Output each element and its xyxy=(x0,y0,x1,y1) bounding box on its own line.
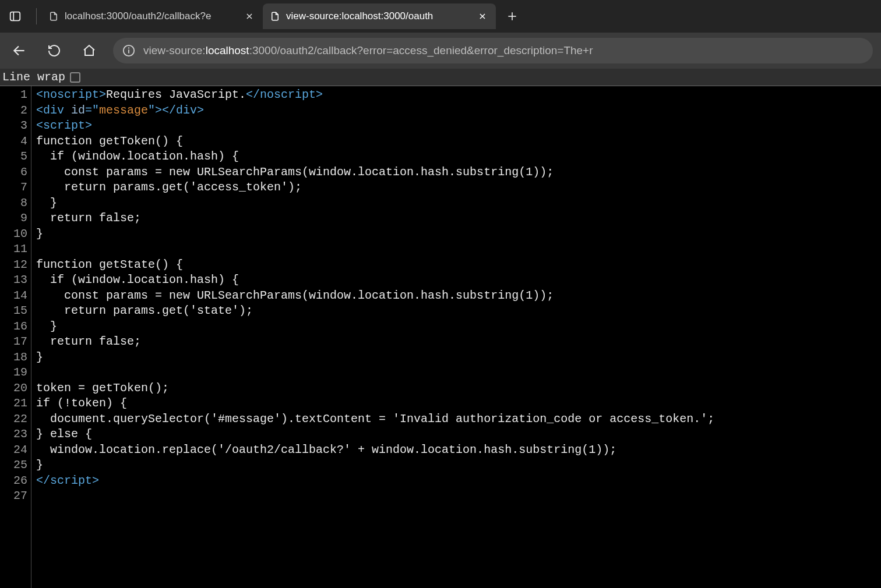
line-number-gutter: 1234567891011121314151617181920212223242… xyxy=(0,86,31,588)
new-tab-button[interactable] xyxy=(501,5,524,28)
code-line: function getToken() { xyxy=(36,134,714,150)
line-number: 27 xyxy=(0,488,27,504)
code-line: } xyxy=(36,319,714,335)
code-line: return params.get('state'); xyxy=(36,303,714,319)
tab-title: view-source:localhost:3000/oauth xyxy=(286,10,470,22)
tab-inactive[interactable]: localhost:3000/oauth2/callback?e xyxy=(41,3,263,29)
code-line: } else { xyxy=(36,427,714,442)
line-wrap-checkbox[interactable] xyxy=(70,72,80,83)
code-line: } xyxy=(36,458,714,473)
address-host: localhost xyxy=(206,44,249,56)
line-number: 11 xyxy=(0,242,27,257)
code-line: function getState() { xyxy=(36,257,714,273)
site-info-icon[interactable] xyxy=(122,44,135,57)
address-text: view-source:localhost:3000/oauth2/callba… xyxy=(143,44,593,57)
tab-strip: localhost:3000/oauth2/callback?e view-so… xyxy=(0,0,881,33)
reload-button[interactable] xyxy=(43,40,65,62)
code-line: </script> xyxy=(36,473,714,489)
svg-point-11 xyxy=(128,47,129,48)
line-number: 21 xyxy=(0,396,27,412)
line-number: 13 xyxy=(0,272,27,288)
line-number: 14 xyxy=(0,288,27,304)
line-number: 18 xyxy=(0,350,27,366)
svg-rect-0 xyxy=(10,12,20,21)
source-view: 1234567891011121314151617181920212223242… xyxy=(0,86,881,588)
line-number: 17 xyxy=(0,334,27,350)
line-number: 20 xyxy=(0,381,27,396)
page-icon xyxy=(48,10,59,22)
code-line: const params = new URLSearchParams(windo… xyxy=(36,165,714,180)
code-line: return false; xyxy=(36,334,714,350)
code-line: token = getToken(); xyxy=(36,381,714,396)
tab-close-button[interactable] xyxy=(243,10,256,23)
line-number: 10 xyxy=(0,226,27,242)
code-line: if (window.location.hash) { xyxy=(36,149,714,165)
separator xyxy=(36,8,37,24)
source-code[interactable]: <noscript>Requires JavaScript.</noscript… xyxy=(31,86,714,588)
code-line: return params.get('access_token'); xyxy=(36,180,714,196)
code-line xyxy=(36,488,714,504)
line-wrap-bar: Line wrap xyxy=(0,69,881,86)
line-number: 26 xyxy=(0,473,27,489)
line-number: 5 xyxy=(0,149,27,165)
line-number: 25 xyxy=(0,458,27,473)
line-number: 12 xyxy=(0,257,27,273)
page-icon xyxy=(270,10,280,22)
code-line: } xyxy=(36,350,714,366)
code-line: if (!token) { xyxy=(36,396,714,412)
line-number: 8 xyxy=(0,196,27,211)
tab-active[interactable]: view-source:localhost:3000/oauth xyxy=(263,3,496,29)
line-number: 7 xyxy=(0,180,27,196)
line-number: 24 xyxy=(0,442,27,458)
tab-title: localhost:3000/oauth2/callback?e xyxy=(65,10,237,22)
line-wrap-label: Line wrap xyxy=(2,70,65,84)
line-number: 3 xyxy=(0,118,27,134)
line-number: 23 xyxy=(0,427,27,442)
home-button[interactable] xyxy=(78,40,100,62)
back-button[interactable] xyxy=(8,40,30,62)
code-line: if (window.location.hash) { xyxy=(36,272,714,288)
line-number: 9 xyxy=(0,211,27,226)
code-line: return false; xyxy=(36,211,714,226)
tab-close-button[interactable] xyxy=(476,10,489,23)
code-line xyxy=(36,365,714,381)
code-line: window.location.replace('/oauth2/callbac… xyxy=(36,442,714,458)
code-line: const params = new URLSearchParams(windo… xyxy=(36,288,714,304)
address-prefix: view-source: xyxy=(143,44,206,56)
toolbar: view-source:localhost:3000/oauth2/callba… xyxy=(0,33,881,69)
line-number: 2 xyxy=(0,103,27,119)
code-line: document.querySelector('#message').textC… xyxy=(36,412,714,427)
line-number: 4 xyxy=(0,134,27,150)
line-number: 19 xyxy=(0,365,27,381)
line-number: 16 xyxy=(0,319,27,335)
code-line: <noscript>Requires JavaScript.</noscript… xyxy=(36,87,714,103)
line-number: 15 xyxy=(0,303,27,319)
line-number: 6 xyxy=(0,165,27,180)
sidebar-toggle-button[interactable] xyxy=(5,6,26,27)
address-bar[interactable]: view-source:localhost:3000/oauth2/callba… xyxy=(113,38,873,63)
code-line: } xyxy=(36,196,714,211)
code-line xyxy=(36,242,714,257)
code-line: } xyxy=(36,226,714,242)
address-rest: :3000/oauth2/callback?error=access_denie… xyxy=(249,44,593,56)
line-number: 22 xyxy=(0,412,27,427)
code-line: <div id="message"></div> xyxy=(36,103,714,119)
line-number: 1 xyxy=(0,87,27,103)
code-line: <script> xyxy=(36,118,714,134)
